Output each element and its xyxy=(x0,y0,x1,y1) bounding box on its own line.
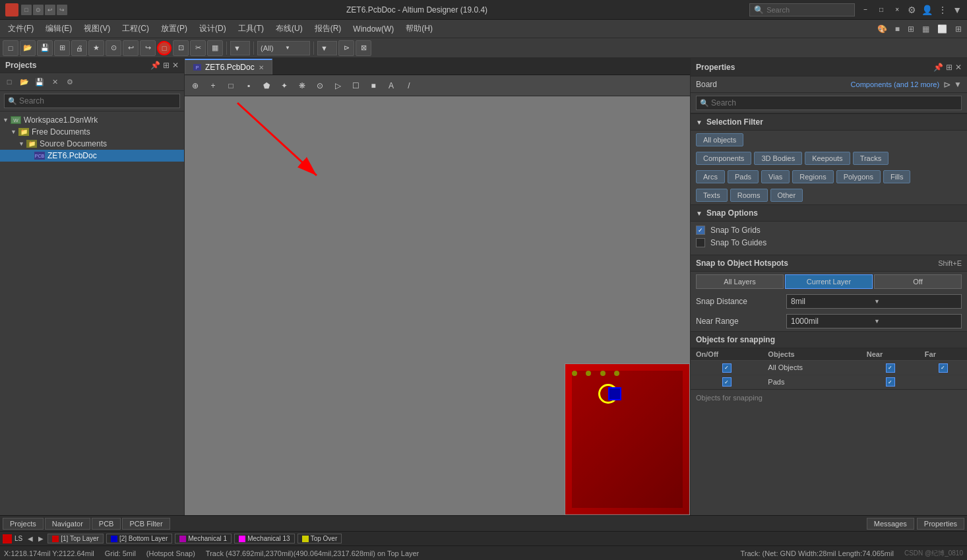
toolbar-btn-star[interactable]: ★ xyxy=(88,40,104,56)
panel-pin-btn[interactable]: 📌 xyxy=(150,61,160,70)
canvas-btn-chart[interactable]: ▪ xyxy=(241,78,257,94)
snap-grids-checkbox[interactable] xyxy=(696,226,705,235)
snap-options-header[interactable]: ▼ Snap Options xyxy=(691,204,967,222)
proj-btn-settings[interactable]: ⚙ xyxy=(63,75,77,88)
all-obj-far-check[interactable] xyxy=(920,361,967,375)
icon-layers-vis[interactable]: 🎨 xyxy=(875,24,890,34)
board-dropdown-btn[interactable]: ▼ xyxy=(954,80,962,89)
toolbar-dropdown-3[interactable]: ▼ xyxy=(317,41,337,55)
icon-color[interactable]: ■ xyxy=(892,24,902,34)
all-obj-near-check[interactable] xyxy=(861,361,920,375)
filter-btn-fills[interactable]: Fills xyxy=(883,170,911,183)
menu-window[interactable]: Window(W) xyxy=(348,23,399,35)
filter-btn-rooms[interactable]: Rooms xyxy=(730,189,768,202)
canvas-btn-filter[interactable]: ⊕ xyxy=(187,78,203,94)
layer-prev-btn[interactable]: ◀ xyxy=(26,535,34,542)
layer-tab-bottom[interactable]: [2] Bottom Layer xyxy=(106,534,172,544)
toolbar-btn-filter2[interactable]: ⊠ xyxy=(356,40,371,56)
proj-btn-save[interactable]: 💾 xyxy=(33,75,46,88)
selection-filter-header[interactable]: ▼ Selection Filter xyxy=(691,113,967,131)
snap-all-layers-btn[interactable]: All Layers xyxy=(696,274,784,289)
proj-btn-open[interactable]: 📂 xyxy=(18,75,31,88)
canvas-btn-line[interactable]: / xyxy=(401,78,417,94)
layer-next-btn[interactable]: ▶ xyxy=(37,535,45,542)
toolbar-btn-save[interactable]: 💾 xyxy=(37,40,53,56)
menu-place[interactable]: 放置(P) xyxy=(156,22,193,36)
filter-btn-other[interactable]: Other xyxy=(770,189,803,202)
pads-onoff-check[interactable] xyxy=(691,375,763,389)
bottom-tab-projects[interactable]: Projects xyxy=(3,518,44,530)
expand-icon[interactable]: ▼ xyxy=(952,5,962,15)
near-range-select[interactable]: 1000mil ▼ xyxy=(786,314,962,328)
panel-close-btn[interactable]: ✕ xyxy=(172,61,179,70)
settings-icon[interactable]: ⚙ xyxy=(908,5,916,15)
toolbar-btn-open[interactable]: 📂 xyxy=(20,40,36,56)
properties-search-input[interactable] xyxy=(696,96,962,110)
toolbar-btn-redo[interactable]: ↪ xyxy=(140,40,156,56)
win-minimize[interactable]: − xyxy=(860,5,871,15)
tree-item-pcbdoc[interactable]: PCB ZET6.PcbDoc xyxy=(0,150,184,162)
toolbar-btn-target[interactable]: ⊙ xyxy=(106,40,121,56)
menu-tools[interactable]: 工具(T) xyxy=(233,22,269,36)
components-link[interactable]: Components (and 12 more) xyxy=(851,80,940,88)
canvas-btn-block[interactable]: ■ xyxy=(365,78,381,94)
win-close[interactable]: × xyxy=(892,5,902,15)
toolbar-btn-saveall[interactable]: ⊞ xyxy=(54,40,70,56)
canvas-btn-cross[interactable]: + xyxy=(205,78,221,94)
filter-btn-regions[interactable]: Regions xyxy=(792,170,833,183)
filter-btn-arcs[interactable]: Arcs xyxy=(696,170,725,183)
tree-item-free-docs[interactable]: ▼ 📁 Free Documents xyxy=(0,126,184,138)
canvas-btn-check[interactable]: ☐ xyxy=(348,78,363,94)
win-maximize[interactable]: □ xyxy=(876,5,887,15)
proj-btn-new[interactable]: □ xyxy=(3,75,16,88)
title-search-input[interactable] xyxy=(766,6,846,14)
toolbar-filter-dropdown[interactable]: (All)▼ xyxy=(257,41,310,55)
canvas-btn-heart[interactable]: ✦ xyxy=(276,78,292,94)
menu-design[interactable]: 设计(D) xyxy=(194,22,232,36)
layer-tab-top[interactable]: [1] Top Layer xyxy=(47,534,104,544)
filter-btn-polygons[interactable]: Polygons xyxy=(836,170,881,183)
toolbar-btn-print[interactable]: 🖨 xyxy=(71,40,87,56)
snap-guides-checkbox[interactable] xyxy=(696,238,705,247)
filter-all-objects-btn[interactable]: All objects xyxy=(696,133,743,146)
canvas-btn-star[interactable]: ❋ xyxy=(294,78,310,94)
tree-item-workspace[interactable]: ▼ W Workspace1.DsnWrk xyxy=(0,114,184,126)
proj-btn-close[interactable]: ✕ xyxy=(48,75,61,88)
toolbar-btn-new[interactable]: □ xyxy=(3,40,18,56)
layer-tab-topover[interactable]: Top Over xyxy=(297,534,342,544)
icon-grid-view[interactable]: ⊞ xyxy=(952,24,964,34)
toolbar-btn-undo[interactable]: ↩ xyxy=(123,40,139,56)
user-icon[interactable]: 👤 xyxy=(921,5,933,15)
tree-item-source-docs[interactable]: ▼ 📁 Source Documents xyxy=(0,138,184,150)
layer-tab-mech13[interactable]: Mechanical 13 xyxy=(234,534,294,544)
icon-filter[interactable]: ⊞ xyxy=(905,24,917,34)
filter-btn-tracks[interactable]: Tracks xyxy=(853,152,889,165)
menu-edit[interactable]: 编辑(E) xyxy=(40,22,77,36)
canvas-btn-arrow[interactable]: ▷ xyxy=(330,78,346,94)
filter-btn-vias[interactable]: Vias xyxy=(761,170,790,183)
snap-current-layer-btn[interactable]: Current Layer xyxy=(785,274,873,289)
canvas-btn-rect[interactable]: □ xyxy=(223,78,239,94)
filter-btn-texts[interactable]: Texts xyxy=(696,189,728,202)
toolbar-btn-paste[interactable]: ✂ xyxy=(190,40,206,56)
properties-tab-bottom[interactable]: Properties xyxy=(917,518,964,530)
projects-search-input[interactable] xyxy=(4,94,180,108)
pads-near-check[interactable] xyxy=(861,375,920,389)
panel-pin-btn-right[interactable]: 📌 xyxy=(933,63,943,72)
bottom-tab-pcbfilter[interactable]: PCB Filter xyxy=(122,518,170,530)
snap-distance-select[interactable]: 8mil ▼ xyxy=(786,294,962,309)
filter-btn-components[interactable]: Components xyxy=(696,152,751,165)
canvas-btn-shape[interactable]: ⬟ xyxy=(259,78,274,94)
more-icon[interactable]: ⋮ xyxy=(938,5,947,15)
toolbar-btn-filter1[interactable]: ⊳ xyxy=(338,40,354,56)
snap-off-btn[interactable]: Off xyxy=(874,274,962,289)
panel-close-btn-right[interactable]: ✕ xyxy=(955,63,962,72)
icon-config2[interactable]: ▦ xyxy=(920,24,932,34)
menu-route[interactable]: 布线(U) xyxy=(270,22,308,36)
canvas-btn-text[interactable]: A xyxy=(383,78,399,94)
menu-help[interactable]: 帮助(H) xyxy=(400,22,438,36)
toolbar-btn-highlighted[interactable]: □ xyxy=(157,41,172,55)
bottom-tab-pcb[interactable]: PCB xyxy=(92,518,121,530)
panel-float-btn-right[interactable]: ⊞ xyxy=(946,63,952,72)
title-search-box[interactable]: 🔍 xyxy=(749,3,855,16)
